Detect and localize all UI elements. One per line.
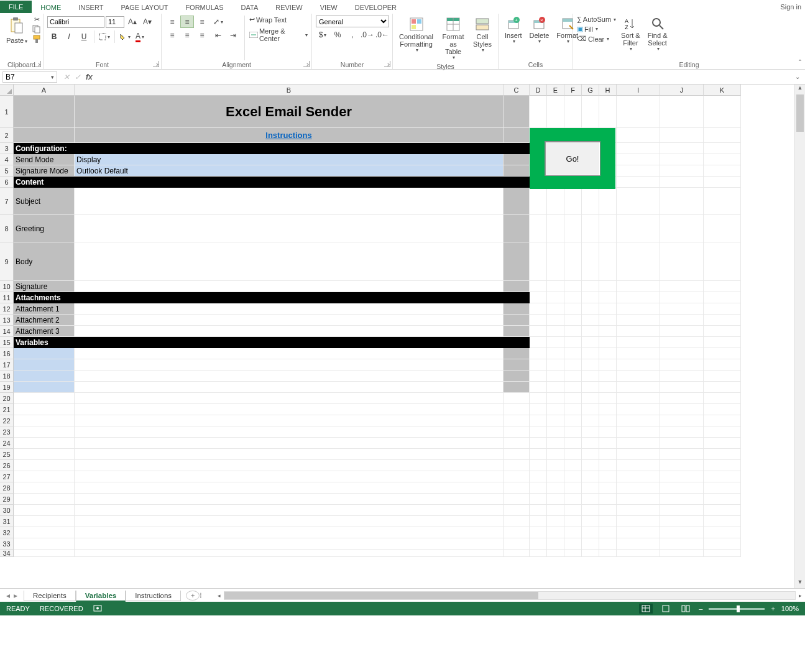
cell-E29[interactable] (547, 494, 564, 505)
cell-J15[interactable] (660, 337, 704, 348)
align-right-icon[interactable]: ≡ (195, 29, 209, 42)
merge-center-button[interactable]: Merge & Center (249, 27, 308, 42)
cell-H21[interactable] (599, 404, 617, 415)
cell-F16[interactable] (564, 348, 582, 359)
cell-G25[interactable] (582, 449, 599, 460)
cell-B25[interactable] (75, 449, 504, 460)
cell-F17[interactable] (564, 359, 582, 371)
row-header-18[interactable]: 18 (0, 371, 14, 382)
row-header-17[interactable]: 17 (0, 359, 14, 371)
cell-B29[interactable] (75, 494, 504, 505)
cell-E30[interactable] (547, 505, 564, 516)
format-as-table-button[interactable]: Format as Table (438, 16, 468, 62)
cell-H32[interactable] (599, 527, 617, 538)
cell-A15[interactable]: Variables (14, 337, 75, 348)
cell-H10[interactable] (599, 281, 617, 292)
cell-G1[interactable] (582, 96, 599, 128)
row-header-2[interactable]: 2 (0, 128, 14, 143)
cell-I28[interactable] (617, 482, 660, 494)
cell-K23[interactable] (704, 426, 741, 438)
font-size-input[interactable] (106, 16, 124, 28)
cell-J17[interactable] (660, 359, 704, 371)
row-header-20[interactable]: 20 (0, 393, 14, 404)
cell-G13[interactable] (582, 315, 599, 326)
cell-J25[interactable] (660, 449, 704, 460)
cell-G9[interactable] (582, 242, 599, 281)
fill-color-button[interactable] (118, 30, 132, 43)
cell-A25[interactable] (14, 449, 75, 460)
decrease-decimal-icon[interactable]: .0← (375, 29, 389, 41)
row-header-32[interactable]: 32 (0, 527, 14, 538)
cell-K8[interactable] (704, 215, 741, 242)
cell-B7[interactable] (75, 188, 504, 215)
cell-F15[interactable] (564, 337, 582, 348)
cell-J3[interactable] (660, 143, 704, 154)
cell-B30[interactable] (75, 505, 504, 516)
cell-G22[interactable] (582, 415, 599, 426)
cell-E1[interactable] (547, 96, 564, 128)
cell-E26[interactable] (547, 460, 564, 471)
cell-B20[interactable] (75, 393, 504, 404)
vertical-scrollbar[interactable]: ▲ ▼ (794, 85, 805, 588)
cell-K11[interactable] (704, 292, 741, 303)
cell-C8[interactable] (504, 215, 530, 242)
row-header-10[interactable]: 10 (0, 281, 14, 292)
cell-K34[interactable] (704, 550, 741, 557)
cell-H19[interactable] (599, 382, 617, 393)
cell-D17[interactable] (530, 359, 547, 371)
macro-record-icon[interactable] (93, 604, 102, 614)
sheet-tab-recipients[interactable]: Recipients (24, 591, 76, 601)
tab-formulas[interactable]: FORMULAS (177, 1, 232, 13)
cell-E17[interactable] (547, 359, 564, 371)
cell-D14[interactable] (530, 326, 547, 337)
cell-K18[interactable] (704, 371, 741, 382)
cell-C9[interactable] (504, 242, 530, 281)
row-header-8[interactable]: 8 (0, 215, 14, 242)
cell-H17[interactable] (599, 359, 617, 371)
cell-G27[interactable] (582, 471, 599, 482)
cell-K33[interactable] (704, 538, 741, 550)
cell-G20[interactable] (582, 393, 599, 404)
cell-H18[interactable] (599, 371, 617, 382)
fx-icon[interactable]: fx (86, 73, 93, 81)
cell-C10[interactable] (504, 281, 530, 292)
col-header-D[interactable]: D (530, 85, 547, 96)
cell-styles-button[interactable]: Cell Styles (471, 16, 494, 55)
sheet-tab-instructions[interactable]: Instructions (126, 591, 181, 601)
cell-G31[interactable] (582, 516, 599, 527)
percent-icon[interactable]: % (331, 29, 344, 41)
cell-B16[interactable] (75, 348, 504, 359)
cell-A10[interactable]: Signature (14, 281, 75, 292)
col-header-F[interactable]: F (564, 85, 582, 96)
cell-B5[interactable]: Outlook Default (75, 165, 504, 177)
cell-G28[interactable] (582, 482, 599, 494)
cell-I16[interactable] (617, 348, 660, 359)
cell-C33[interactable] (504, 538, 530, 550)
column-headers[interactable]: ABCDEFGHIJK (14, 85, 741, 96)
cell-B12[interactable] (75, 303, 504, 315)
decrease-font-icon[interactable]: A▾ (140, 16, 154, 28)
cell-C25[interactable] (504, 449, 530, 460)
cell-A23[interactable] (14, 426, 75, 438)
cell-G15[interactable] (582, 337, 599, 348)
cell-C34[interactable] (504, 550, 530, 557)
row-header-22[interactable]: 22 (0, 415, 14, 426)
number-dialog-launcher[interactable] (384, 61, 390, 67)
cell-A26[interactable] (14, 460, 75, 471)
cell-K3[interactable] (704, 143, 741, 154)
row-header-23[interactable]: 23 (0, 426, 14, 438)
row-header-15[interactable]: 15 (0, 337, 14, 348)
cell-A24[interactable] (14, 438, 75, 449)
cell-J10[interactable] (660, 281, 704, 292)
decrease-indent-icon[interactable]: ⇤ (211, 29, 225, 42)
cell-D29[interactable] (530, 494, 547, 505)
cell-A4[interactable]: Send Mode (14, 154, 75, 165)
cell-G7[interactable] (582, 188, 599, 215)
cell-K14[interactable] (704, 326, 741, 337)
cell-B32[interactable] (75, 527, 504, 538)
cell-D16[interactable] (530, 348, 547, 359)
cell-E20[interactable] (547, 393, 564, 404)
cell-C7[interactable] (504, 188, 530, 215)
cell-H8[interactable] (599, 215, 617, 242)
cell-K27[interactable] (704, 471, 741, 482)
